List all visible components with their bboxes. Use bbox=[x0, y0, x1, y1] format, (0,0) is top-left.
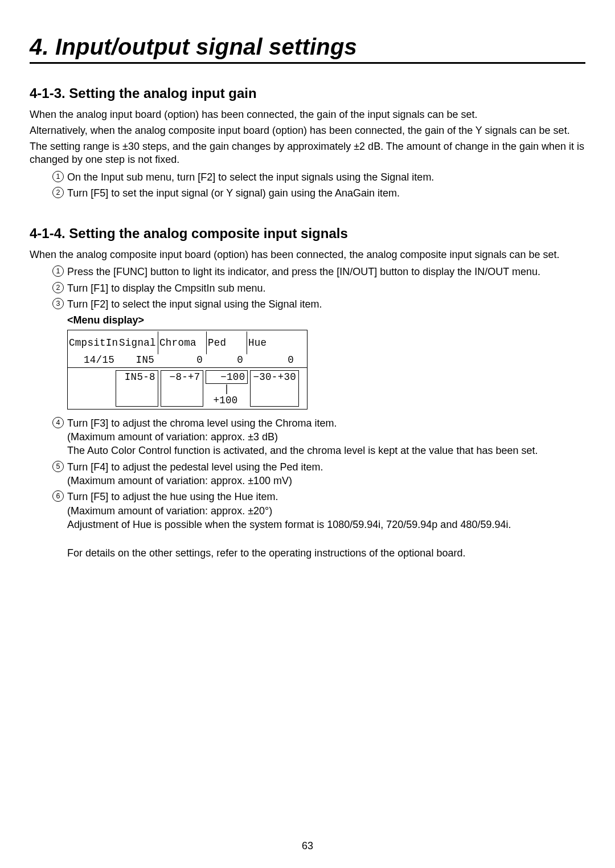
step-text: On the Input sub menu, turn [F2] to sele… bbox=[67, 171, 434, 183]
step-text: Turn [F4] to adjust the pedestal level u… bbox=[67, 461, 323, 473]
menu-value: 14/15 bbox=[68, 354, 118, 366]
circled-number-icon: 4 bbox=[52, 417, 64, 428]
step-subtext: (Maximum amount of variation: approx. ±2… bbox=[67, 505, 272, 517]
step-text: Turn [F1] to display the CmpsitIn sub me… bbox=[67, 282, 266, 294]
menu-col-header: Chroma bbox=[158, 337, 206, 349]
page-number: 63 bbox=[0, 840, 615, 852]
step-item: 3 Turn [F2] to select the input signal u… bbox=[52, 297, 585, 311]
circled-number-icon: 3 bbox=[52, 298, 64, 309]
step-item: 1 On the Input sub menu, turn [F2] to se… bbox=[52, 170, 585, 184]
chapter-title: 4. Input/output signal settings bbox=[30, 34, 585, 64]
menu-divider bbox=[68, 367, 307, 368]
step-item: 4 Turn [F3] to adjust the chroma level u… bbox=[52, 416, 585, 458]
menu-value: IN5 bbox=[118, 354, 158, 366]
range-box-chroma: −8-+7 bbox=[161, 370, 203, 407]
menu-col-header: CmpsitIn bbox=[68, 337, 118, 349]
step-item: 6 Turn [F5] to adjust the hue using the … bbox=[52, 490, 585, 531]
step-subtext: (Maximum amount of variation: approx. ±1… bbox=[67, 475, 292, 486]
menu-header-row: CmpsitIn Signal Chroma Ped Hue bbox=[68, 331, 307, 354]
range-box-hue: −30-+30 bbox=[250, 370, 299, 407]
step-subtext: Adjustment of Hue is possible when the s… bbox=[67, 519, 511, 530]
menu-value: 0 bbox=[158, 354, 206, 366]
step-item: 5 Turn [F4] to adjust the pedestal level… bbox=[52, 460, 585, 488]
body-text: When the analog input board (option) has… bbox=[30, 108, 585, 122]
circled-number-icon: 2 bbox=[52, 282, 64, 293]
section-heading-413: 4-1-3. Setting the analog input gain bbox=[30, 85, 585, 101]
step-item: 2 Turn [F5] to set the input signal (or … bbox=[52, 186, 585, 200]
body-text: Alternatively, when the analog composite… bbox=[30, 124, 585, 138]
menu-value: 0 bbox=[207, 354, 247, 366]
range-box-ped-bottom: +100 bbox=[213, 395, 240, 407]
menu-value: 0 bbox=[247, 354, 297, 366]
step-text: Turn [F5] to adjust the hue using the Hu… bbox=[67, 491, 278, 502]
menu-display-heading: <Menu display> bbox=[67, 314, 585, 326]
step-text: Turn [F3] to adjust the chroma level usi… bbox=[67, 417, 337, 429]
menu-value-row: 14/15 IN5 0 0 0 bbox=[68, 354, 307, 366]
range-box-ped: −100 bbox=[206, 370, 248, 384]
menu-col-header: Hue bbox=[247, 337, 297, 349]
step-text: Press the [FUNC] button to light its ind… bbox=[67, 266, 540, 277]
menu-col-header: Ped bbox=[207, 337, 247, 349]
range-pipe-icon: | bbox=[224, 384, 230, 394]
footer-note: For details on the other settings, refer… bbox=[67, 547, 585, 559]
circled-number-icon: 1 bbox=[52, 265, 64, 277]
section-heading-414: 4-1-4. Setting the analog composite inpu… bbox=[30, 226, 585, 241]
step-item: 2 Turn [F1] to display the CmpsitIn sub … bbox=[52, 281, 585, 295]
body-text: The setting range is ±30 steps, and the … bbox=[30, 140, 585, 167]
step-subtext: (Maximum amount of variation: approx. ±3… bbox=[67, 431, 278, 443]
step-subtext: The Auto Color Control function is activ… bbox=[67, 445, 538, 456]
circled-number-icon: 5 bbox=[52, 461, 64, 472]
menu-display-box: CmpsitIn Signal Chroma Ped Hue 14/15 IN5… bbox=[67, 330, 308, 410]
circled-number-icon: 1 bbox=[52, 171, 64, 182]
body-text: When the analog composite input board (o… bbox=[30, 248, 585, 262]
circled-number-icon: 2 bbox=[52, 187, 64, 198]
circled-number-icon: 6 bbox=[52, 490, 64, 502]
step-text: Turn [F2] to select the input signal usi… bbox=[67, 298, 322, 310]
menu-col-header: Signal bbox=[118, 337, 158, 349]
step-text: Turn [F5] to set the input signal (or Y … bbox=[67, 187, 400, 199]
range-box-signal: IN5-8 bbox=[116, 370, 158, 407]
step-item: 1 Press the [FUNC] button to light its i… bbox=[52, 265, 585, 279]
menu-range-row: IN5-8 −8-+7 −100 | +100 −30-+30 bbox=[68, 370, 307, 407]
